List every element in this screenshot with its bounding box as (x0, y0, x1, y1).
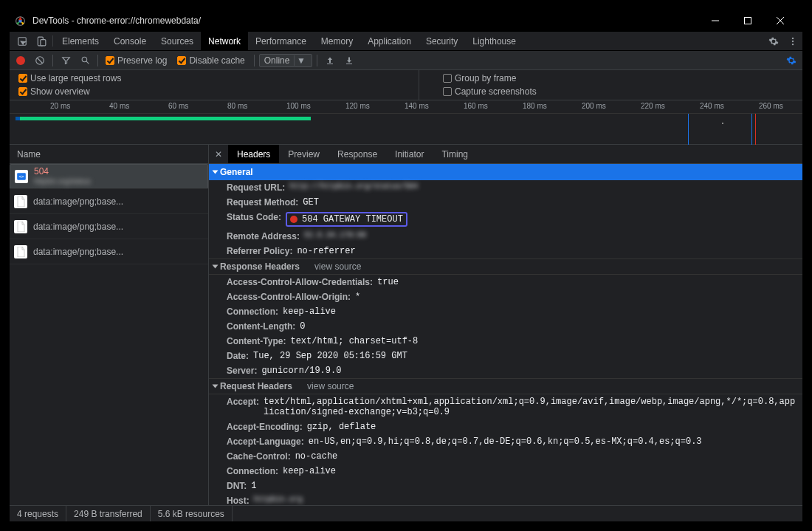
close-detail-icon[interactable]: ✕ (209, 145, 228, 163)
header-row: Servergunicorn/19.9.0 (209, 363, 802, 378)
clear-icon[interactable] (32, 52, 48, 69)
upload-icon[interactable] (322, 52, 338, 69)
disclosure-icon (213, 171, 219, 174)
list-item[interactable]: data:image/png;base... (10, 214, 208, 239)
ruler-tick: 20 ms (50, 102, 70, 110)
header-name: Referrer Policy (227, 246, 292, 256)
list-item[interactable]: data:image/png;base... (10, 239, 208, 264)
ruler-tick: 260 ms (759, 102, 783, 110)
header-name: Status Code (227, 212, 281, 227)
file-icon (14, 220, 27, 233)
status-item: 4 requests (10, 506, 66, 521)
view-source-link[interactable]: view source (307, 381, 354, 391)
header-row: DNT1 (209, 479, 802, 493)
header-value: GET (303, 197, 319, 208)
list-item[interactable]: <>504httpbin.org/status (10, 164, 208, 189)
search-icon[interactable] (77, 52, 93, 69)
tab-security[interactable]: Security (419, 32, 465, 50)
show-overview-checkbox[interactable]: Show overview (16, 86, 413, 97)
header-row: Content-Typetext/html; charset=utf-8 (209, 334, 802, 349)
inspect-icon[interactable] (13, 32, 32, 50)
throttling-select[interactable]: Online▼ (259, 54, 313, 67)
header-name: DNT (227, 481, 247, 491)
device-icon[interactable] (32, 32, 51, 50)
devtools-icon (16, 16, 25, 26)
header-row: Access-Control-Allow-Origin* (209, 290, 802, 304)
ruler-tick: 140 ms (405, 102, 429, 110)
header-row: Request URLhttp://httpbin.org/status/504 (209, 180, 802, 195)
ruler-tick: 100 ms (286, 102, 311, 110)
tab-memory[interactable]: Memory (314, 32, 360, 50)
header-row: Hosthttpbin.org (209, 493, 802, 505)
section-header[interactable]: Request Headersview source (209, 378, 802, 394)
header-name: Date (227, 351, 249, 361)
list-item[interactable]: data:image/png;base... (10, 189, 208, 214)
status-item: 249 B transferred (66, 506, 151, 521)
disable-cache-checkbox[interactable]: Disable cache (174, 55, 249, 66)
more-icon[interactable] (783, 32, 802, 50)
ruler-tick: 220 ms (641, 102, 665, 110)
ruler-tick: 240 ms (700, 102, 724, 110)
filter-icon[interactable] (58, 52, 74, 69)
tab-network[interactable]: Network (201, 32, 248, 50)
tab-lighthouse[interactable]: Lighthouse (465, 32, 523, 50)
header-value: 0 (300, 321, 305, 332)
network-toolbar: Preserve log Disable cache Online▼ (10, 51, 802, 70)
window-close[interactable] (764, 10, 796, 32)
header-value: en-US,en;q=0.9,hi;q=0.8,de;q=0.7,de-DE;q… (309, 436, 702, 447)
large-rows-checkbox[interactable]: Use large request rows (16, 73, 413, 83)
ruler-tick: 200 ms (582, 102, 606, 110)
request-detail: ✕ HeadersPreviewResponseInitiatorTiming … (209, 145, 802, 505)
section-header[interactable]: General (209, 164, 802, 180)
window-minimize[interactable] (699, 10, 732, 32)
network-settings-icon[interactable] (783, 52, 799, 69)
settings-icon[interactable] (764, 32, 783, 50)
tab-console[interactable]: Console (106, 32, 154, 50)
header-row: Request MethodGET (209, 195, 802, 210)
header-value: httpbin.org (254, 496, 303, 505)
svg-point-7 (792, 40, 794, 41)
header-name: Connection (227, 306, 278, 317)
window-maximize[interactable] (732, 10, 764, 32)
record-button[interactable] (13, 52, 29, 69)
header-value: true (377, 277, 399, 287)
header-name: Content-Length (227, 321, 295, 332)
window-title: DevTools - chrome-error://chromewebdata/ (30, 16, 699, 26)
svg-rect-5 (41, 39, 46, 45)
header-name: Accept-Language (227, 436, 304, 447)
tab-sources[interactable]: Sources (154, 32, 201, 50)
request-name: 504 (34, 166, 91, 177)
script-icon: <> (15, 170, 28, 183)
group-by-frame-checkbox[interactable]: Group by frame (440, 73, 796, 83)
view-source-link[interactable]: view source (314, 261, 361, 272)
section-header[interactable]: Response Headersview source (209, 258, 802, 275)
header-value: gzip, deflate (307, 422, 376, 432)
timeline-overview[interactable]: 20 ms40 ms60 ms80 ms100 ms120 ms140 ms16… (10, 100, 802, 145)
header-name: Request Method (227, 197, 298, 208)
column-header-name[interactable]: Name (10, 145, 208, 164)
capture-screenshots-checkbox[interactable]: Capture screenshots (440, 86, 796, 97)
disclosure-icon (213, 385, 219, 388)
window-titlebar: DevTools - chrome-error://chromewebdata/ (10, 10, 802, 32)
request-name: data:image/png;base... (33, 247, 123, 257)
preserve-log-checkbox[interactable]: Preserve log (103, 55, 171, 66)
download-icon[interactable] (341, 52, 357, 69)
detail-tab-initiator[interactable]: Initiator (386, 145, 433, 163)
header-name: Remote Address (227, 231, 300, 241)
ruler-tick: 120 ms (345, 102, 370, 110)
header-name: Content-Type (227, 336, 286, 346)
detail-tab-timing[interactable]: Timing (433, 145, 477, 163)
tab-performance[interactable]: Performance (248, 32, 314, 50)
detail-tab-response[interactable]: Response (328, 145, 386, 163)
file-icon (14, 245, 27, 258)
status-bar: 4 requests249 B transferred5.6 kB resour… (10, 505, 802, 521)
header-value: text/html; charset=utf-8 (290, 336, 418, 346)
detail-tab-preview[interactable]: Preview (279, 145, 328, 163)
detail-tab-headers[interactable]: Headers (228, 145, 279, 163)
header-value: * (355, 292, 360, 302)
main-tabs: ElementsConsoleSourcesNetworkPerformance… (10, 32, 802, 51)
tab-elements[interactable]: Elements (55, 32, 106, 50)
tab-application[interactable]: Application (360, 32, 419, 50)
header-name: Host (227, 496, 250, 505)
ruler-tick: 80 ms (227, 102, 247, 110)
